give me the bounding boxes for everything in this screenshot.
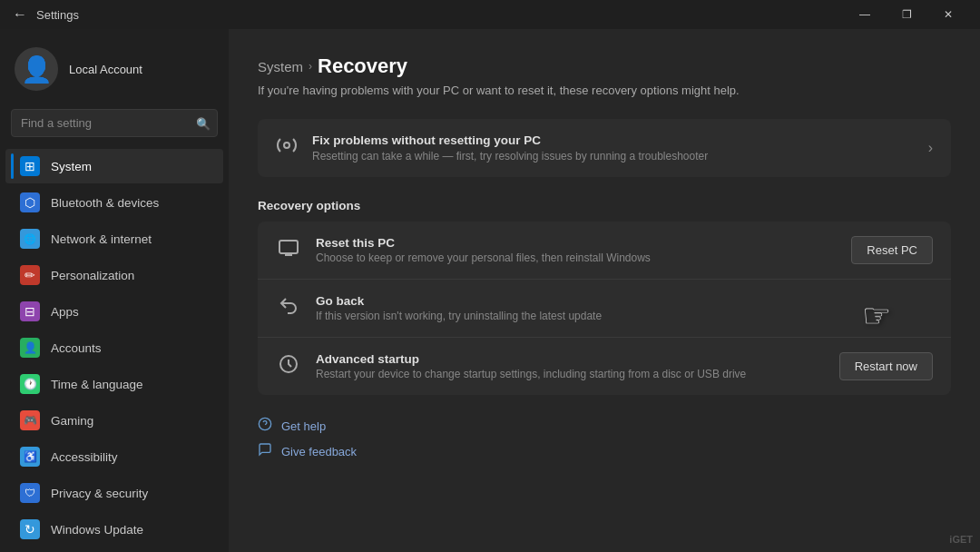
recovery-section-label: Recovery options: [258, 199, 951, 212]
breadcrumb-arrow: ›: [309, 60, 312, 73]
fix-card-title: Fix problems without resetting your PC: [312, 133, 914, 147]
sidebar: 👤 Local Account 🔍 ⊞ System ⬡ Bluetooth &…: [0, 29, 229, 552]
sidebar-item-time[interactable]: 🕐 Time & language: [5, 367, 223, 401]
app-title: Settings: [36, 8, 844, 22]
app-body: 👤 Local Account 🔍 ⊞ System ⬡ Bluetooth &…: [0, 29, 980, 552]
titlebar: ← Settings — ❐ ✕: [0, 0, 980, 29]
advanced-startup-text: Advanced startup Restart your device to …: [316, 352, 825, 380]
go-back-icon: [276, 295, 301, 322]
fix-problems-card[interactable]: Fix problems without resetting your PC R…: [258, 119, 951, 177]
sidebar-item-label: System: [51, 160, 92, 173]
main-content: System › Recovery If you're having probl…: [229, 29, 980, 552]
accessibility-icon: ♿: [20, 447, 40, 467]
sidebar-item-label: Windows Update: [51, 523, 143, 537]
reset-pc-title: Reset this PC: [316, 236, 837, 250]
chevron-right-icon: ›: [928, 140, 933, 156]
get-help-label: Get help: [281, 419, 326, 433]
feedback-icon: [258, 442, 272, 460]
search-input[interactable]: [11, 109, 218, 137]
page-description: If you're having problems with your PC o…: [258, 84, 951, 97]
user-name: Local Account: [69, 63, 142, 76]
sidebar-item-label: Time & language: [51, 378, 143, 391]
sidebar-item-label: Accounts: [51, 341, 102, 355]
page-title: Recovery: [318, 54, 407, 78]
sidebar-item-bluetooth[interactable]: ⬡ Bluetooth & devices: [5, 185, 223, 220]
svg-rect-1: [279, 241, 298, 253]
recovery-options-list: Reset this PC Choose to keep or remove y…: [258, 222, 951, 395]
sidebar-item-label: Gaming: [51, 414, 93, 428]
avatar: 👤: [15, 47, 58, 91]
breadcrumb-system[interactable]: System: [258, 59, 303, 74]
reset-pc-button[interactable]: Reset PC: [851, 236, 933, 264]
system-icon: ⊞: [20, 156, 40, 176]
sidebar-item-label: Apps: [51, 305, 79, 319]
sidebar-item-label: Accessibility: [51, 450, 118, 464]
reset-pc-icon: [276, 237, 301, 264]
sidebar-item-label: Bluetooth & devices: [51, 196, 159, 210]
gaming-icon: 🎮: [20, 410, 40, 430]
get-help-link[interactable]: Get help: [258, 417, 951, 435]
accounts-icon: 👤: [20, 338, 40, 358]
sidebar-item-label: Network & internet: [51, 232, 152, 246]
close-button[interactable]: ✕: [927, 0, 969, 29]
user-profile[interactable]: 👤 Local Account: [0, 36, 229, 105]
svg-point-0: [284, 143, 289, 148]
sidebar-item-privacy[interactable]: 🛡 Privacy & security: [5, 476, 223, 510]
time-icon: 🕐: [20, 374, 40, 394]
window-controls: — ❐ ✕: [844, 0, 969, 29]
sidebar-item-accounts[interactable]: 👤 Accounts: [5, 330, 223, 365]
advanced-startup-title: Advanced startup: [316, 352, 825, 366]
fix-card-desc: Resetting can take a while — first, try …: [312, 150, 914, 163]
sidebar-item-system[interactable]: ⊞ System: [5, 149, 223, 183]
give-feedback-link[interactable]: Give feedback: [258, 442, 951, 460]
personalization-icon: ✏: [20, 265, 40, 285]
avatar-icon: 👤: [21, 54, 53, 84]
go-back-title: Go back: [316, 294, 933, 308]
go-back-text: Go back If this version isn't working, t…: [316, 294, 933, 322]
reset-pc-text: Reset this PC Choose to keep or remove y…: [316, 236, 837, 264]
breadcrumb: System › Recovery: [258, 54, 951, 78]
sidebar-item-label: Privacy & security: [51, 487, 148, 500]
restore-button[interactable]: ❐: [886, 0, 927, 29]
advanced-startup-icon: [276, 353, 301, 380]
sidebar-item-gaming[interactable]: 🎮 Gaming: [5, 403, 223, 438]
go-back-row: Go back If this version isn't working, t…: [258, 280, 951, 338]
help-icon: [258, 417, 272, 435]
bluetooth-icon: ⬡: [20, 192, 40, 212]
bottom-links: Get help Give feedback: [258, 417, 951, 460]
privacy-icon: 🛡: [20, 483, 40, 503]
update-icon: ↻: [20, 519, 40, 539]
sidebar-item-apps[interactable]: ⊟ Apps: [5, 294, 223, 329]
advanced-startup-row: Advanced startup Restart your device to …: [258, 338, 951, 395]
sidebar-item-network[interactable]: 🌐 Network & internet: [5, 222, 223, 256]
sidebar-item-personalization[interactable]: ✏ Personalization: [5, 258, 223, 292]
reset-pc-row: Reset this PC Choose to keep or remove y…: [258, 222, 951, 280]
apps-icon: ⊟: [20, 301, 40, 321]
fix-card-text: Fix problems without resetting your PC R…: [312, 133, 914, 163]
go-back-desc: If this version isn't working, try unins…: [316, 310, 933, 322]
sidebar-item-accessibility[interactable]: ♿ Accessibility: [5, 439, 223, 474]
sidebar-item-update[interactable]: ↻ Windows Update: [5, 512, 223, 547]
fix-problems-icon: [276, 134, 298, 162]
watermark: iGET: [949, 534, 973, 545]
reset-pc-desc: Choose to keep or remove your personal f…: [316, 251, 837, 264]
advanced-startup-desc: Restart your device to change startup se…: [316, 368, 825, 380]
sidebar-item-label: Personalization: [51, 269, 134, 282]
search-icon: 🔍: [196, 116, 211, 130]
network-icon: 🌐: [20, 229, 40, 249]
back-button[interactable]: ←: [11, 5, 29, 24]
search-box[interactable]: 🔍: [11, 109, 218, 137]
restart-now-button[interactable]: Restart now: [839, 352, 933, 380]
minimize-button[interactable]: —: [844, 0, 886, 29]
give-feedback-label: Give feedback: [281, 445, 357, 458]
